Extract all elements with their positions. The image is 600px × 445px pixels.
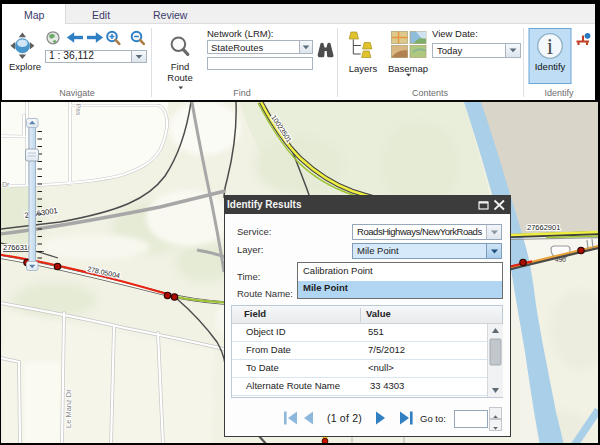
svg-text:i: i <box>547 34 553 59</box>
svg-text:Dr: Dr <box>2 181 10 188</box>
svg-text:Pas: Pas <box>75 104 82 116</box>
svg-text:Le Manz Dr: Le Manz Dr <box>64 389 73 428</box>
svg-text:490: 490 <box>555 256 566 263</box>
svg-text:27662901: 27662901 <box>527 223 560 232</box>
